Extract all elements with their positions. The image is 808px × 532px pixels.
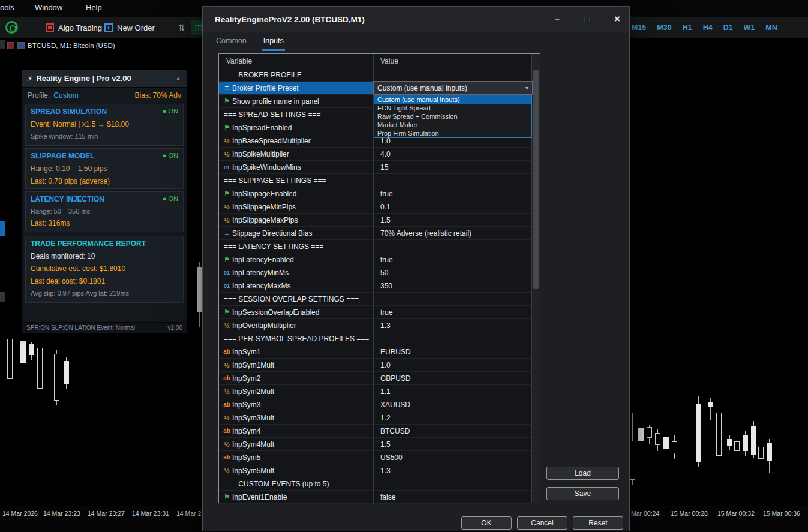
variable-value[interactable]: EURUSD [373, 348, 531, 356]
variable-value[interactable]: 1.3 [373, 321, 531, 330]
variable-value[interactable]: 1.1 [373, 387, 531, 396]
tab-inputs[interactable]: Inputs [262, 33, 285, 51]
variable-value[interactable]: GBPUSD [373, 374, 531, 383]
reset-button[interactable]: Reset [573, 516, 623, 530]
save-button[interactable]: Save [546, 487, 619, 500]
variable-value[interactable]: 50 [373, 269, 531, 277]
algo-trading-button[interactable]: Algo Trading [46, 20, 102, 35]
broker-profile-combo[interactable]: Custom (use manual inputs)▾ [373, 81, 533, 95]
variable-value[interactable]: 1.3 [373, 467, 531, 475]
input-row[interactable]: abInpSym4BTCUSD [219, 425, 531, 438]
input-row[interactable]: 01InpSpikeWindowMins15 [219, 161, 531, 174]
variable-value[interactable]: 1.5 [373, 440, 531, 449]
variable-value[interactable]: true [373, 190, 531, 198]
variable-value[interactable]: 1.2 [373, 414, 531, 422]
variable-value[interactable]: BTCUSD [373, 427, 531, 435]
section-row[interactable]: === CUSTOM EVENTS (up to 5) === [219, 477, 531, 491]
collapse-icon[interactable]: ▲ [175, 75, 181, 82]
scrollbar[interactable] [531, 54, 540, 503]
chart-window-icon [17, 42, 25, 49]
section-row[interactable]: === BROKER PROFILE === [219, 68, 531, 82]
variable-value[interactable]: XAUUSD [373, 401, 531, 409]
input-row[interactable]: ½InpOverlapMultiplier1.3 [219, 319, 531, 332]
dropdown-option[interactable]: Custom (use manual inputs) [374, 95, 531, 104]
new-order-button[interactable]: + New Order [104, 20, 155, 35]
timeframe-h4[interactable]: H4 [698, 23, 718, 32]
input-row[interactable]: ½InpSym1Mult1.0 [219, 359, 531, 372]
scrollbar-thumb[interactable] [533, 70, 539, 289]
close-icon[interactable]: × [611, 13, 623, 25]
variable-value[interactable]: true [373, 308, 531, 317]
dropdown-option[interactable]: Prop Firm Simulation [374, 129, 531, 137]
variable-value[interactable]: 70% Adverse (realistic retail) [373, 229, 531, 238]
report-last-deal: Last deal cost: $0.1801 [31, 277, 178, 285]
timeframe-mn[interactable]: MN [760, 23, 782, 32]
input-row[interactable]: ≡Broker Profile PresetCustom (use manual… [219, 82, 531, 95]
minimize-icon[interactable]: – [551, 14, 563, 24]
input-row[interactable]: ⚑InpSessionOverlapEnabledtrue [219, 306, 531, 319]
input-row[interactable]: ≡Slippage Directional Bias70% Adverse (r… [219, 227, 531, 240]
menu-item-window[interactable]: Window [35, 3, 62, 12]
timeframe-m30[interactable]: M30 [651, 23, 677, 32]
timeframe-m15[interactable]: M15 [626, 23, 651, 32]
dropdown-option[interactable]: Raw Spread + Commission [374, 112, 531, 121]
input-row[interactable]: ⚑InpLatencyEnabledtrue [219, 253, 531, 266]
dropdown-option[interactable]: Market Maker [374, 121, 531, 129]
double-icon: ½ [221, 322, 232, 329]
input-row[interactable]: ⚑InpEvent1Enablefalse [219, 491, 531, 504]
ea-inputs-dialog: RealityEngineProV2 2.00 (BTCUSD,M1) – □ … [202, 6, 630, 531]
tab-common[interactable]: Common [215, 33, 248, 51]
timeframe-h1[interactable]: H1 [677, 23, 698, 32]
spread-status: ● ON [163, 107, 178, 116]
input-row[interactable]: ½InpSym4Mult1.5 [219, 438, 531, 451]
variable-value[interactable]: 4.0 [373, 150, 531, 158]
arrows-icon[interactable]: ⇅ [178, 23, 185, 32]
dialog-title-bar[interactable]: RealityEngineProV2 2.00 (BTCUSD,M1) – □ … [203, 7, 629, 32]
input-row[interactable]: abInpSym1EURUSD [219, 345, 531, 359]
input-row[interactable]: ½InpSym5Mult1.3 [219, 464, 531, 477]
input-row[interactable]: abInpSym2GBPUSD [219, 372, 531, 385]
input-row[interactable]: ½InpSlippageMinPips0.1 [219, 200, 531, 214]
section-row[interactable]: === LATENCY SETTINGS === [219, 240, 531, 253]
variable-name: InpOverlapMultiplier [232, 321, 296, 330]
input-row[interactable]: ½InpSlippageMaxPips1.5 [219, 214, 531, 227]
variable-value[interactable]: 15 [373, 163, 531, 172]
variable-cell: ⚑InpEvent1Enable [219, 493, 373, 501]
variable-value[interactable]: false [373, 493, 531, 501]
variable-value[interactable]: US500 [373, 453, 531, 462]
maximize-icon[interactable]: □ [581, 14, 593, 24]
toolbar-separator [173, 20, 173, 35]
panel-title-bar[interactable]: ⚡ Reality Engine | Pro v2.00 ▲ [22, 70, 187, 88]
input-row[interactable]: 01InpLatencyMinMs50 [219, 266, 531, 279]
section-row[interactable]: === SLIPPAGE SETTINGS === [219, 174, 531, 187]
input-row[interactable]: abInpSym5US500 [219, 451, 531, 464]
timeframe-d1[interactable]: D1 [718, 23, 738, 32]
dropdown-option[interactable]: ECN Tight Spread [374, 104, 531, 112]
cancel-button[interactable]: Cancel [517, 516, 567, 530]
load-button[interactable]: Load [546, 467, 619, 480]
menu-item-help[interactable]: Help [86, 3, 102, 12]
profile-row: Profile: Custom Bias: 70% Adv [28, 91, 181, 100]
variable-value[interactable]: 0.1 [373, 203, 531, 211]
ok-button[interactable]: OK [461, 516, 512, 530]
input-row[interactable]: ½InpSpikeMultiplier4.0 [219, 148, 531, 161]
section-row[interactable]: === PER-SYMBOL SPREAD PROFILES === [219, 332, 531, 345]
section-row[interactable]: === SESSION OVERLAP SETTINGS === [219, 293, 531, 306]
input-row[interactable]: ⚑InpSlippageEnabledtrue [219, 187, 531, 200]
timeframe-w1[interactable]: W1 [738, 23, 761, 32]
input-row[interactable]: 01InpLatencyMaxMs350 [219, 279, 531, 293]
community-icon[interactable] [5, 21, 18, 34]
double-icon: ½ [221, 137, 232, 145]
input-row[interactable]: ½InpSym3Mult1.2 [219, 411, 531, 425]
input-row[interactable]: abInpSym3XAUUSD [219, 398, 531, 411]
variable-value[interactable]: true [373, 256, 531, 264]
variable-value[interactable]: 350 [373, 282, 531, 290]
menu-item-ools[interactable]: ools [0, 3, 14, 12]
symbol-text: BTCUSD, M1: Bitcoin (USD) [28, 42, 115, 49]
variable-value[interactable]: 1.5 [373, 216, 531, 224]
bool-icon: ⚑ [221, 308, 232, 316]
variable-cell: abInpSym3 [219, 401, 373, 409]
input-row[interactable]: ½InpSym2Mult1.1 [219, 385, 531, 398]
variable-value[interactable]: 1.0 [373, 361, 531, 369]
int-icon: 01 [221, 283, 232, 289]
